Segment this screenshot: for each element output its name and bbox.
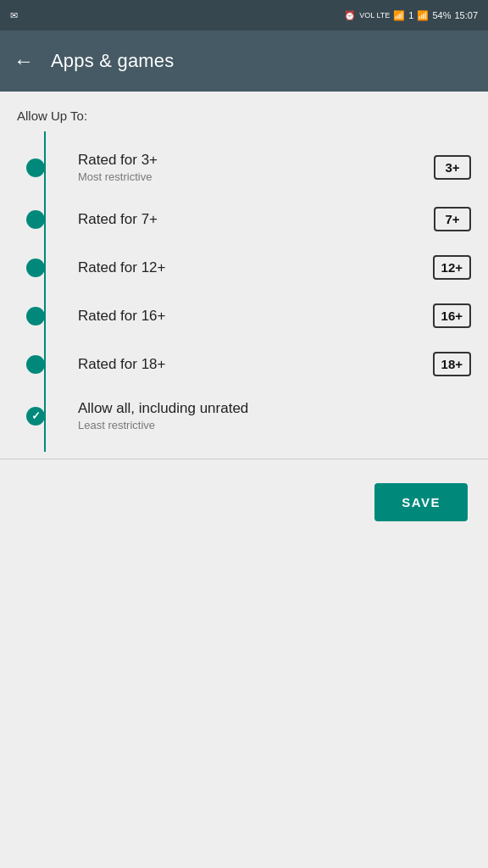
item-title-7: Rated for 7+ [78,211,434,228]
item-text-16: Rated for 16+ [78,308,433,325]
status-bar-right: ⏰ VOL LTE 📶 1 📶 54% 15:07 [344,10,478,21]
signal-icon: 📶 [417,10,429,21]
list-item[interactable]: Rated for 16+ 16+ [0,292,488,340]
section-label: Allow Up To: [0,92,488,131]
rating-badge-16: 16+ [433,303,471,328]
dot-16 [26,307,45,326]
save-row: SAVE [0,466,488,538]
timeline-dot-18 [17,355,54,374]
item-text-18: Rated for 18+ [78,356,433,373]
save-button[interactable]: SAVE [374,483,468,521]
back-button[interactable]: ← [14,51,34,71]
item-text-7: Rated for 7+ [78,211,434,228]
content-area: Allow Up To: Rated for 3+ Most restricti… [0,92,488,868]
status-bar-left: ✉ [10,10,18,21]
dot-all [26,407,45,426]
item-title-3: Rated for 3+ [78,152,434,169]
rating-list: Rated for 3+ Most restrictive 3+ Rated f… [0,131,488,452]
timeline-dot-7 [17,210,54,229]
item-text-all: Allow all, including unrated Least restr… [78,400,471,431]
wifi-icon: 📶 [393,10,405,21]
item-title-all: Allow all, including unrated [78,400,471,417]
page-title: Apps & games [51,50,174,72]
item-title-18: Rated for 18+ [78,356,433,373]
timeline-dot-12 [17,259,54,277]
rating-badge-12: 12+ [433,255,471,280]
rating-badge-18: 18+ [433,352,471,376]
item-text-12: Rated for 12+ [78,259,433,276]
status-bar: ✉ ⏰ VOL LTE 📶 1 📶 54% 15:07 [0,0,488,31]
list-item[interactable]: Rated for 7+ 7+ [0,195,488,243]
list-item[interactable]: Rated for 3+ Most restrictive 3+ [0,140,488,195]
vol-lte-label: VOL LTE [359,11,390,19]
list-item[interactable]: Allow all, including unrated Least restr… [0,388,488,443]
mail-icon: ✉ [10,10,18,21]
dot-18 [26,355,45,374]
dot-12 [26,259,45,277]
divider [0,459,488,459]
dot-3 [26,159,45,177]
item-text-3: Rated for 3+ Most restrictive [78,152,434,183]
list-item[interactable]: Rated for 18+ 18+ [0,340,488,388]
timeline-dot-all [17,407,54,426]
timeline-dot-16 [17,307,54,326]
rating-badge-7: 7+ [434,207,471,231]
rating-badge-3: 3+ [434,155,471,180]
battery-label: 54% [432,10,451,20]
item-title-12: Rated for 12+ [78,259,433,276]
list-item[interactable]: Rated for 12+ 12+ [0,243,488,292]
item-subtitle-all: Least restrictive [78,419,471,431]
dot-7 [26,210,45,229]
item-title-16: Rated for 16+ [78,308,433,325]
time-label: 15:07 [454,10,478,20]
item-subtitle-3: Most restrictive [78,170,434,183]
alarm-icon: ⏰ [344,10,356,21]
timeline-dot-3 [17,159,54,177]
sim-icon: 1 [408,10,413,20]
toolbar: ← Apps & games [0,31,488,92]
